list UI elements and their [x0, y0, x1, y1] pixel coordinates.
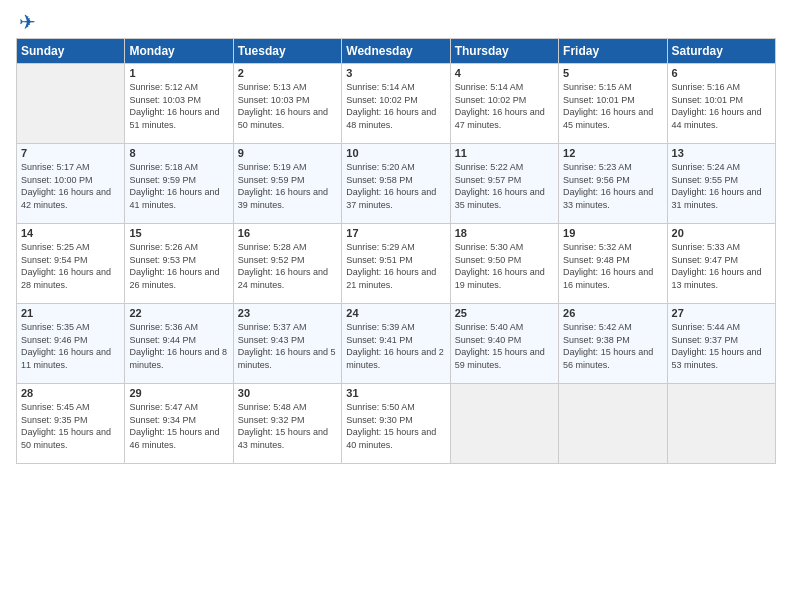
- day-info: Sunrise: 5:25 AMSunset: 9:54 PMDaylight:…: [21, 241, 120, 291]
- day-number: 20: [672, 227, 771, 239]
- day-number: 19: [563, 227, 662, 239]
- weekday-header: Friday: [559, 39, 667, 64]
- calendar-week-row: 21Sunrise: 5:35 AMSunset: 9:46 PMDayligh…: [17, 304, 776, 384]
- calendar-day-cell: 23Sunrise: 5:37 AMSunset: 9:43 PMDayligh…: [233, 304, 341, 384]
- day-number: 16: [238, 227, 337, 239]
- calendar-day-cell: 26Sunrise: 5:42 AMSunset: 9:38 PMDayligh…: [559, 304, 667, 384]
- day-number: 8: [129, 147, 228, 159]
- day-number: 17: [346, 227, 445, 239]
- calendar-day-cell: 22Sunrise: 5:36 AMSunset: 9:44 PMDayligh…: [125, 304, 233, 384]
- calendar-day-cell: 29Sunrise: 5:47 AMSunset: 9:34 PMDayligh…: [125, 384, 233, 464]
- day-number: 13: [672, 147, 771, 159]
- page: ✈ SundayMondayTuesdayWednesdayThursdayFr…: [0, 0, 792, 474]
- day-number: 30: [238, 387, 337, 399]
- day-number: 28: [21, 387, 120, 399]
- day-info: Sunrise: 5:37 AMSunset: 9:43 PMDaylight:…: [238, 321, 337, 371]
- day-number: 25: [455, 307, 554, 319]
- calendar-day-cell: 27Sunrise: 5:44 AMSunset: 9:37 PMDayligh…: [667, 304, 775, 384]
- day-number: 5: [563, 67, 662, 79]
- day-info: Sunrise: 5:42 AMSunset: 9:38 PMDaylight:…: [563, 321, 662, 371]
- calendar-header-row: SundayMondayTuesdayWednesdayThursdayFrid…: [17, 39, 776, 64]
- calendar-day-cell: 5Sunrise: 5:15 AMSunset: 10:01 PMDayligh…: [559, 64, 667, 144]
- calendar-day-cell: 20Sunrise: 5:33 AMSunset: 9:47 PMDayligh…: [667, 224, 775, 304]
- day-info: Sunrise: 5:14 AMSunset: 10:02 PMDaylight…: [455, 81, 554, 131]
- calendar-week-row: 7Sunrise: 5:17 AMSunset: 10:00 PMDayligh…: [17, 144, 776, 224]
- day-info: Sunrise: 5:20 AMSunset: 9:58 PMDaylight:…: [346, 161, 445, 211]
- day-info: Sunrise: 5:17 AMSunset: 10:00 PMDaylight…: [21, 161, 120, 211]
- weekday-header: Saturday: [667, 39, 775, 64]
- calendar-day-cell: 14Sunrise: 5:25 AMSunset: 9:54 PMDayligh…: [17, 224, 125, 304]
- day-info: Sunrise: 5:23 AMSunset: 9:56 PMDaylight:…: [563, 161, 662, 211]
- day-number: 27: [672, 307, 771, 319]
- calendar-day-cell: 1Sunrise: 5:12 AMSunset: 10:03 PMDayligh…: [125, 64, 233, 144]
- day-info: Sunrise: 5:19 AMSunset: 9:59 PMDaylight:…: [238, 161, 337, 211]
- day-info: Sunrise: 5:32 AMSunset: 9:48 PMDaylight:…: [563, 241, 662, 291]
- calendar-day-cell: 18Sunrise: 5:30 AMSunset: 9:50 PMDayligh…: [450, 224, 558, 304]
- day-info: Sunrise: 5:13 AMSunset: 10:03 PMDaylight…: [238, 81, 337, 131]
- day-number: 23: [238, 307, 337, 319]
- day-info: Sunrise: 5:14 AMSunset: 10:02 PMDaylight…: [346, 81, 445, 131]
- logo: ✈: [16, 10, 36, 34]
- logo-bird-icon: ✈: [19, 10, 36, 34]
- calendar-day-cell: 15Sunrise: 5:26 AMSunset: 9:53 PMDayligh…: [125, 224, 233, 304]
- calendar-day-cell: 2Sunrise: 5:13 AMSunset: 10:03 PMDayligh…: [233, 64, 341, 144]
- calendar-day-cell: 25Sunrise: 5:40 AMSunset: 9:40 PMDayligh…: [450, 304, 558, 384]
- header: ✈: [16, 10, 776, 34]
- day-info: Sunrise: 5:39 AMSunset: 9:41 PMDaylight:…: [346, 321, 445, 371]
- calendar-day-cell: 4Sunrise: 5:14 AMSunset: 10:02 PMDayligh…: [450, 64, 558, 144]
- day-info: Sunrise: 5:26 AMSunset: 9:53 PMDaylight:…: [129, 241, 228, 291]
- day-info: Sunrise: 5:29 AMSunset: 9:51 PMDaylight:…: [346, 241, 445, 291]
- day-info: Sunrise: 5:16 AMSunset: 10:01 PMDaylight…: [672, 81, 771, 131]
- day-number: 2: [238, 67, 337, 79]
- calendar-day-cell: 12Sunrise: 5:23 AMSunset: 9:56 PMDayligh…: [559, 144, 667, 224]
- day-number: 14: [21, 227, 120, 239]
- calendar-day-cell: [667, 384, 775, 464]
- day-info: Sunrise: 5:44 AMSunset: 9:37 PMDaylight:…: [672, 321, 771, 371]
- calendar-week-row: 1Sunrise: 5:12 AMSunset: 10:03 PMDayligh…: [17, 64, 776, 144]
- calendar-week-row: 28Sunrise: 5:45 AMSunset: 9:35 PMDayligh…: [17, 384, 776, 464]
- calendar-table: SundayMondayTuesdayWednesdayThursdayFrid…: [16, 38, 776, 464]
- calendar-day-cell: 17Sunrise: 5:29 AMSunset: 9:51 PMDayligh…: [342, 224, 450, 304]
- day-number: 1: [129, 67, 228, 79]
- day-info: Sunrise: 5:22 AMSunset: 9:57 PMDaylight:…: [455, 161, 554, 211]
- calendar-day-cell: 19Sunrise: 5:32 AMSunset: 9:48 PMDayligh…: [559, 224, 667, 304]
- calendar-day-cell: 11Sunrise: 5:22 AMSunset: 9:57 PMDayligh…: [450, 144, 558, 224]
- calendar-day-cell: 21Sunrise: 5:35 AMSunset: 9:46 PMDayligh…: [17, 304, 125, 384]
- day-number: 15: [129, 227, 228, 239]
- weekday-header: Sunday: [17, 39, 125, 64]
- calendar-day-cell: [17, 64, 125, 144]
- day-info: Sunrise: 5:28 AMSunset: 9:52 PMDaylight:…: [238, 241, 337, 291]
- day-info: Sunrise: 5:15 AMSunset: 10:01 PMDaylight…: [563, 81, 662, 131]
- day-number: 21: [21, 307, 120, 319]
- day-number: 3: [346, 67, 445, 79]
- day-number: 12: [563, 147, 662, 159]
- day-info: Sunrise: 5:50 AMSunset: 9:30 PMDaylight:…: [346, 401, 445, 451]
- calendar-day-cell: 13Sunrise: 5:24 AMSunset: 9:55 PMDayligh…: [667, 144, 775, 224]
- calendar-day-cell: 31Sunrise: 5:50 AMSunset: 9:30 PMDayligh…: [342, 384, 450, 464]
- calendar-day-cell: 10Sunrise: 5:20 AMSunset: 9:58 PMDayligh…: [342, 144, 450, 224]
- weekday-header: Monday: [125, 39, 233, 64]
- calendar-day-cell: 16Sunrise: 5:28 AMSunset: 9:52 PMDayligh…: [233, 224, 341, 304]
- weekday-header: Tuesday: [233, 39, 341, 64]
- day-info: Sunrise: 5:18 AMSunset: 9:59 PMDaylight:…: [129, 161, 228, 211]
- day-info: Sunrise: 5:30 AMSunset: 9:50 PMDaylight:…: [455, 241, 554, 291]
- calendar-day-cell: 6Sunrise: 5:16 AMSunset: 10:01 PMDayligh…: [667, 64, 775, 144]
- calendar-day-cell: 7Sunrise: 5:17 AMSunset: 10:00 PMDayligh…: [17, 144, 125, 224]
- day-info: Sunrise: 5:24 AMSunset: 9:55 PMDaylight:…: [672, 161, 771, 211]
- calendar-day-cell: 24Sunrise: 5:39 AMSunset: 9:41 PMDayligh…: [342, 304, 450, 384]
- day-info: Sunrise: 5:45 AMSunset: 9:35 PMDaylight:…: [21, 401, 120, 451]
- calendar-day-cell: [559, 384, 667, 464]
- day-number: 7: [21, 147, 120, 159]
- calendar-day-cell: 9Sunrise: 5:19 AMSunset: 9:59 PMDaylight…: [233, 144, 341, 224]
- day-number: 11: [455, 147, 554, 159]
- day-number: 29: [129, 387, 228, 399]
- calendar-day-cell: 3Sunrise: 5:14 AMSunset: 10:02 PMDayligh…: [342, 64, 450, 144]
- calendar-day-cell: 8Sunrise: 5:18 AMSunset: 9:59 PMDaylight…: [125, 144, 233, 224]
- day-number: 22: [129, 307, 228, 319]
- day-number: 24: [346, 307, 445, 319]
- day-info: Sunrise: 5:12 AMSunset: 10:03 PMDaylight…: [129, 81, 228, 131]
- day-number: 31: [346, 387, 445, 399]
- day-info: Sunrise: 5:48 AMSunset: 9:32 PMDaylight:…: [238, 401, 337, 451]
- weekday-header: Wednesday: [342, 39, 450, 64]
- weekday-header: Thursday: [450, 39, 558, 64]
